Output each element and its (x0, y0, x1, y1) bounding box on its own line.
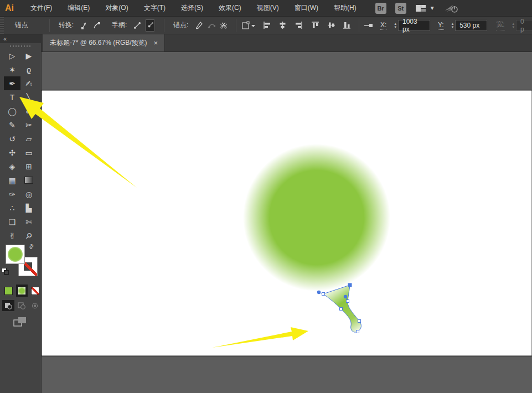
toolbar-collapse-button[interactable]: « (0, 34, 41, 43)
align-center-v-button[interactable] (326, 19, 336, 32)
context-title: 锚点 (15, 20, 28, 30)
align-right-button[interactable] (293, 19, 303, 32)
shear-tool[interactable]: ▱ (20, 132, 37, 146)
align-center-h-button[interactable] (278, 19, 288, 32)
y-stepper[interactable]: ▴▾ (452, 22, 454, 29)
width-tool[interactable]: ✣ (4, 146, 20, 159)
draw-mode-buttons (2, 300, 41, 311)
column-graph-tool[interactable]: ▙ (20, 201, 37, 215)
x-stepper[interactable]: ▴▾ (394, 22, 396, 29)
menu-view[interactable]: 视图(V) (249, 0, 287, 16)
draw-behind-button[interactable] (16, 300, 28, 311)
eyedropper-tool[interactable]: ✑ (4, 187, 20, 201)
line-segment-tool[interactable]: ╲ (20, 90, 37, 104)
align-bottom-button[interactable] (342, 19, 352, 32)
close-tab-icon[interactable]: × (154, 39, 158, 46)
menu-type[interactable]: 文字(T) (136, 0, 173, 16)
menu-edit[interactable]: 编辑(E) (60, 0, 97, 16)
hand-tool[interactable]: ✌ (4, 229, 20, 242)
free-transform-tool[interactable]: ▭ (20, 146, 37, 159)
align-top-button[interactable] (310, 19, 320, 32)
lasso-icon: ϱ (27, 65, 31, 74)
symbol-sprayer-tool[interactable]: ∴ (4, 201, 20, 215)
slice-tool[interactable]: ✄ (20, 215, 37, 229)
y-field[interactable]: 530 px (455, 20, 487, 31)
shape-builder-icon: ◈ (9, 162, 16, 171)
fill-swatch[interactable] (6, 245, 25, 264)
rotate-tool[interactable]: ↺ (4, 132, 20, 146)
lasso-tool[interactable]: ϱ (20, 63, 37, 76)
main-area: « ▷▶✶ϱ✒✍T╲◯✐✎✂↺▱✣▭◈⊞▦▧✑◎∴▙❏✄✌⚲ ⇄ (0, 34, 532, 393)
point-position-button[interactable] (364, 19, 374, 32)
canvas-pasteboard[interactable] (42, 52, 532, 393)
blend-icon: ◎ (25, 190, 32, 199)
remove-anchor-button[interactable] (194, 19, 204, 32)
pen-tool[interactable]: ✒ (4, 76, 20, 90)
handles-label: 手柄: (112, 20, 127, 30)
swap-fill-stroke-icon[interactable]: ⇄ (27, 242, 36, 251)
fill-stroke-control: ⇄ (0, 245, 41, 280)
mesh-tool[interactable]: ▦ (4, 173, 20, 187)
ellipse-tool[interactable]: ◯ (4, 104, 20, 118)
separator (236, 19, 236, 32)
perspective-grid-tool[interactable]: ⊞ (20, 159, 37, 173)
direct-selection-tool[interactable]: ▶ (20, 49, 37, 63)
draw-normal-button[interactable] (2, 300, 14, 311)
shape-builder-tool[interactable]: ◈ (4, 159, 20, 173)
workspace-switcher[interactable]: ▼ (415, 4, 435, 12)
document-tab[interactable]: 未标题-7* @ 66.67% (RGB/预览) × (43, 34, 165, 51)
zoom-tool[interactable]: ⚲ (20, 229, 37, 242)
menu-object[interactable]: 对象(O) (97, 0, 136, 16)
bridge-button[interactable]: Br (375, 3, 386, 14)
toolbar-grip[interactable] (0, 43, 41, 49)
pen-minus-icon (195, 21, 203, 29)
draw-inside-button[interactable] (29, 300, 41, 311)
free-transform-icon: ▭ (25, 148, 32, 157)
none-button[interactable] (29, 285, 41, 297)
panel-grip[interactable] (0, 17, 4, 34)
screen-mode-button[interactable] (13, 317, 41, 330)
corner-point-icon (80, 22, 88, 29)
column-graph-icon: ▙ (26, 204, 32, 213)
default-fill-stroke-icon[interactable] (2, 268, 9, 276)
gradient-icon: ▧ (24, 177, 33, 184)
align-left-button[interactable] (262, 19, 272, 32)
hide-handles-button[interactable] (145, 19, 155, 32)
menu-window[interactable]: 窗口(W) (287, 0, 326, 16)
align-bottom-icon (343, 21, 351, 29)
document-tabbar: 未标题-7* @ 66.67% (RGB/预览) × (42, 34, 532, 52)
width-field: 0 p (516, 20, 532, 31)
gradient-tool[interactable]: ▧ (20, 173, 37, 187)
workspace-layout-icon (415, 4, 426, 12)
ink-pen-tool[interactable]: ✍ (20, 76, 37, 90)
draw-normal-icon (4, 302, 12, 309)
pencil-tool[interactable]: ✎ (4, 118, 20, 132)
transform-bbox-button[interactable] (241, 19, 256, 32)
convert-to-corner-button[interactable] (79, 19, 89, 32)
show-handles-button[interactable] (132, 19, 142, 32)
color-button[interactable] (3, 285, 14, 297)
stock-button[interactable]: St (395, 3, 406, 14)
gradient-button[interactable] (16, 285, 28, 297)
tools-panel: « ▷▶✶ϱ✒✍T╲◯✐✎✂↺▱✣▭◈⊞▦▧✑◎∴▙❏✄✌⚲ ⇄ (0, 34, 42, 393)
menu-effect[interactable]: 效果(C) (211, 0, 249, 16)
paintbrush-tool[interactable]: ✐ (20, 104, 37, 118)
scissors-tool[interactable]: ✂ (20, 118, 37, 132)
connect-endpoints-button[interactable] (206, 19, 216, 32)
menu-file[interactable]: 文件(F) (23, 0, 60, 16)
magic-wand-tool[interactable]: ✶ (4, 63, 20, 76)
blend-tool[interactable]: ◎ (20, 187, 37, 201)
cut-path-button[interactable] (219, 19, 229, 32)
width-icon: ✣ (9, 148, 16, 157)
selection-tool[interactable]: ▷ (4, 49, 20, 63)
menu-select[interactable]: 选择(S) (173, 0, 211, 16)
menu-help[interactable]: 帮助(H) (326, 0, 364, 16)
artboard-tool[interactable]: ❏ (4, 215, 20, 229)
convert-to-smooth-button[interactable] (91, 19, 101, 32)
type-tool[interactable]: T (4, 90, 20, 104)
cs-live-icon[interactable] (444, 3, 458, 13)
document-title: 未标题-7* @ 66.67% (RGB/预览) (50, 38, 147, 48)
draw-inside-icon (31, 302, 39, 309)
app-logo: Ai (5, 3, 14, 13)
x-field[interactable]: 1003 px (398, 20, 430, 31)
